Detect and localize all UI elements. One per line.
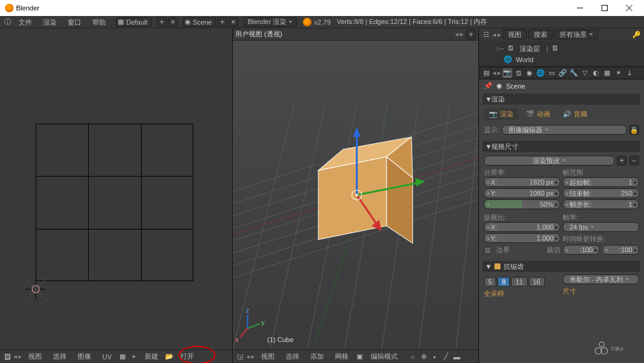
v3d-menu-view[interactable]: 视图 (256, 352, 280, 361)
menu-help[interactable]: 帮助 (87, 16, 111, 28)
tab-constraints-icon[interactable]: 🔗 (558, 68, 568, 78)
pivot-icon[interactable]: ⊕ (419, 352, 429, 362)
render-engine-selector[interactable]: Blender 渲染 (243, 17, 297, 27)
outliner-row-world[interactable]: 🌐 World (495, 54, 644, 65)
v3d-menu-mesh[interactable]: 网格 (330, 352, 353, 361)
layout-add-button[interactable] (157, 17, 167, 27)
render-preset-selector[interactable]: 渲染预设 (484, 156, 614, 166)
tab-physics-icon[interactable]: ⤓ (624, 68, 634, 78)
uv-new-button[interactable]: 新建 (140, 352, 163, 361)
full-sample-label[interactable]: 全采样 (484, 289, 504, 298)
resolution-pct-field[interactable]: ◂50%▸ (484, 199, 560, 209)
outliner-row-renderlayers[interactable]: ○─🖻 渲染层 | 🖻 (495, 43, 644, 54)
display-selector[interactable]: 图像编辑器 (502, 125, 627, 135)
remap-old-field[interactable]: ◂:100▸ (563, 245, 600, 255)
panel-antialias-header[interactable]: ▼抗锯齿 (483, 261, 640, 272)
outliner-view-menu[interactable]: 视图 (502, 30, 527, 39)
tab-world-icon[interactable]: 🌐 (536, 68, 545, 78)
aspect-y-field[interactable]: ◂Y:1.000▸ (484, 233, 560, 243)
mode-icon[interactable]: ▣ (355, 352, 364, 362)
menu-window[interactable]: 窗口 (63, 16, 86, 28)
tab-data-icon[interactable]: ▽ (580, 68, 590, 78)
frame-start-field[interactable]: ◂起始帧:1▸ (563, 177, 639, 187)
shading-icon[interactable]: ○ (408, 352, 417, 362)
tab-renderlayers-icon[interactable]: 🖻 (513, 68, 523, 78)
minimize-button[interactable] (568, 0, 592, 16)
menu-collapse-toggle[interactable]: ◂▸ (14, 353, 22, 361)
select-mode-vert-icon[interactable]: ▪ (430, 352, 440, 362)
panel-dimensions-header[interactable]: ▼规格尺寸 (483, 141, 640, 152)
select-mode-face-icon[interactable]: ▬ (452, 352, 462, 362)
uv-open-button[interactable]: 打开 (175, 352, 199, 361)
uv-menu-view[interactable]: 视图 (23, 352, 47, 361)
frame-end-field[interactable]: ◂结束帧:250▸ (563, 188, 639, 198)
preset-remove-button[interactable]: − (629, 156, 639, 166)
tab-object-icon[interactable]: ▭ (547, 68, 557, 78)
tab-material-icon[interactable]: ◐ (591, 68, 601, 78)
uv-menu-image[interactable]: 图像 (73, 352, 96, 361)
image-new-plus-icon[interactable] (129, 352, 139, 362)
aspect-x-field[interactable]: ◂X:1.000▸ (484, 222, 560, 232)
resolution-x-field[interactable]: ◂X:1920 px▸ (484, 177, 560, 187)
speaker-icon: 🔊 (563, 110, 571, 119)
border-checkbox[interactable] (484, 247, 491, 254)
aa-filter-selector[interactable]: 米歇尔 - 内卓瓦利 (563, 274, 639, 284)
uv-editor-type-icon[interactable]: 🖼 (2, 352, 12, 362)
mode-selector[interactable]: 编辑模式 (366, 352, 403, 361)
close-button[interactable] (617, 0, 642, 16)
layout-remove-button[interactable] (168, 17, 178, 27)
aa-sample-8[interactable]: 8 (497, 277, 510, 287)
viewport-canvas[interactable]: z y x (1) Cube (233, 41, 478, 349)
viewport-editor-type-icon[interactable]: ◲ (235, 352, 245, 362)
outliner-type-icon[interactable]: ☷ (481, 30, 491, 39)
image-browse-icon[interactable]: ▦ (118, 352, 127, 362)
scene-stats: Verts:8/8 | Edges:12/12 | Faces:6/6 | Tr… (337, 17, 487, 26)
preset-add-button[interactable] (617, 156, 627, 166)
v3d-menu-select[interactable]: 选择 (281, 352, 304, 361)
outliner-menu-toggle[interactable]: ◂▸ (493, 31, 501, 39)
viewport-menu-toggle[interactable]: ◂▸ (246, 353, 255, 361)
info-editor-type-icon[interactable]: ⓘ (2, 17, 12, 27)
remap-new-field[interactable]: ◂:100▸ (602, 245, 639, 255)
tab-render-icon[interactable]: 📷 (502, 68, 512, 78)
fps-selector[interactable]: 24 fps (563, 222, 639, 232)
tab-particles-icon[interactable]: ✶ (613, 68, 623, 78)
uv-menu-uvs[interactable]: UV (97, 353, 116, 361)
lock-interface-icon[interactable]: 🔒 (629, 125, 639, 135)
aa-enable-checkbox[interactable] (494, 263, 501, 270)
select-mode-edge-icon[interactable]: ╱ (441, 352, 451, 362)
uv-canvas[interactable] (0, 28, 232, 349)
scene-selector[interactable]: ◉ Scene (183, 17, 216, 27)
outliner-tree[interactable]: ○─🖻 渲染层 | 🖻 🌐 World (479, 41, 644, 66)
resolution-y-field[interactable]: ◂Y:1080 px▸ (484, 188, 560, 198)
v3d-menu-add[interactable]: 添加 (305, 352, 329, 361)
scene-add-button[interactable] (217, 17, 227, 27)
tab-scene-icon[interactable]: ◉ (525, 68, 534, 78)
uv-menu-select[interactable]: 选择 (48, 352, 71, 361)
aa-sample-16[interactable]: 16 (529, 277, 545, 287)
pin-icon[interactable]: 📌 (484, 82, 493, 90)
panel-render-header[interactable]: ▼渲染 (483, 94, 640, 105)
outliner-key-icon[interactable]: 🔑 (632, 30, 642, 39)
menu-file[interactable]: 文件 (14, 16, 37, 28)
aa-sample-11[interactable]: 11 (511, 277, 527, 287)
audio-button[interactable]: 🔊音频 (558, 108, 592, 120)
outliner-search-menu[interactable]: 搜索 (528, 30, 553, 39)
viewport-title: 用户视图 (透视) (235, 30, 282, 39)
tab-modifiers-icon[interactable]: 🔧 (569, 68, 579, 78)
properties-type-icon[interactable]: ▤ (481, 68, 491, 78)
aa-sample-5[interactable]: 5 (484, 277, 496, 287)
outliner-filter[interactable]: 所有场景 (554, 30, 598, 39)
animation-button[interactable]: 🎬动画 (521, 108, 555, 120)
header-collapse-toggle[interactable]: ◂▸ (455, 30, 464, 38)
maximize-button[interactable] (592, 0, 617, 16)
props-menu-toggle[interactable]: ◂▸ (493, 69, 501, 77)
folder-open-icon[interactable]: 📂 (164, 352, 174, 362)
layout-selector[interactable]: ▦ Default (116, 17, 152, 27)
viewport-split-button[interactable] (466, 30, 476, 39)
menu-render[interactable]: 渲染 (38, 16, 62, 28)
scene-remove-button[interactable] (228, 17, 238, 27)
frame-step-field[interactable]: ◂帧步长:1▸ (563, 199, 639, 209)
tab-texture-icon[interactable]: ▦ (602, 68, 612, 78)
render-button[interactable]: 📷渲染 (484, 108, 518, 120)
